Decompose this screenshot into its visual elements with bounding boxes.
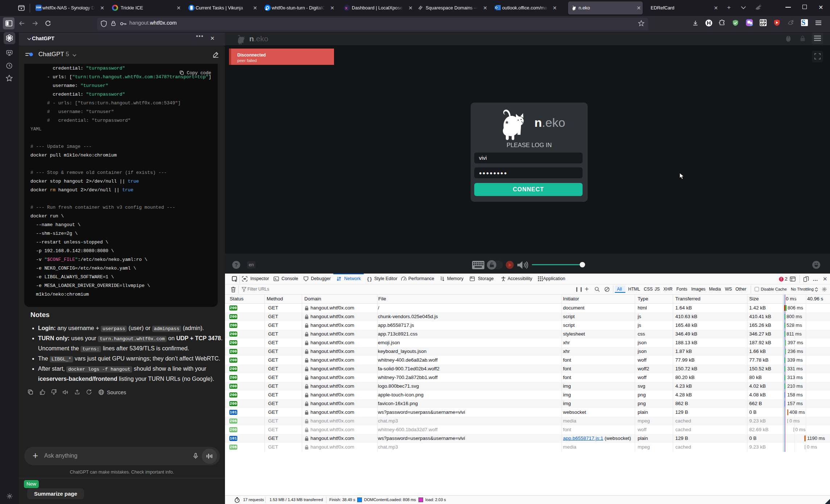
svg-text:{}: {} <box>367 277 372 282</box>
svg-text:*: * <box>505 120 508 128</box>
